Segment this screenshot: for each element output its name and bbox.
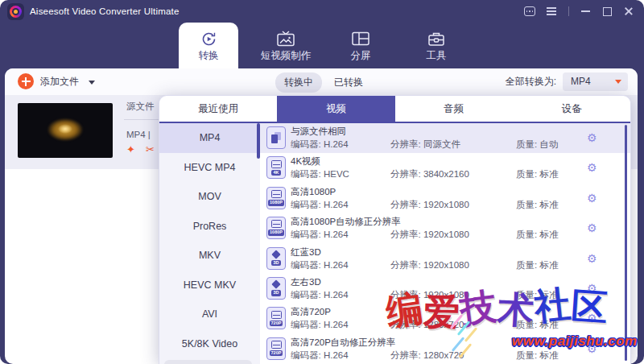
- source-file-header: 源文件: [126, 101, 155, 113]
- tab-video[interactable]: 视频: [277, 96, 394, 122]
- convert-to-label: 全部转换为:: [506, 75, 556, 89]
- format-title: 高清1080P: [291, 186, 336, 198]
- format-type-icon: 4K: [266, 156, 286, 179]
- settings-gear-icon[interactable]: ⚙: [587, 251, 597, 266]
- settings-gear-icon[interactable]: ⚙: [587, 130, 597, 145]
- format-type-icon: [266, 126, 286, 149]
- toggle-converted[interactable]: 已转换: [334, 76, 363, 89]
- settings-gear-icon[interactable]: ⚙: [587, 281, 597, 296]
- dropdown-caret-icon: [615, 80, 621, 84]
- encoder-field: 编码器: HEVC: [291, 168, 349, 180]
- copy-glyph-icon: [271, 132, 281, 143]
- format-type-icon: 3D: [266, 277, 286, 300]
- resolution-field: 分辨率: 1920x1080: [390, 289, 469, 301]
- add-file-plus-icon[interactable]: [18, 73, 34, 89]
- tab-short-video[interactable]: 短视频制作: [254, 23, 318, 68]
- quality-field: 质量: 自动: [516, 139, 558, 151]
- video-thumbnail: [18, 103, 113, 158]
- split-screen-icon: [336, 30, 385, 48]
- format-row[interactable]: 1080P 高清1080P 编码器: H.264 分辨率: 1920x1080 …: [260, 184, 630, 213]
- menu-icon[interactable]: [546, 6, 557, 17]
- format-row[interactable]: 与源文件相同 编码器: H.264 分辨率: 同源文件 质量: 自动 ⚙: [260, 123, 630, 153]
- convert-to-value: MP4: [571, 72, 591, 91]
- sidebar-item-avi[interactable]: AVI: [159, 300, 260, 329]
- quality-field: 质量: 标准: [516, 199, 558, 211]
- format-title: 高清1080P自动修正分辨率: [291, 216, 401, 228]
- app-window: Aiseesoft Video Converter Ultimate 转换: [0, 0, 644, 364]
- encoder-field: 编码器: H.264: [291, 259, 349, 271]
- header-divider: [124, 119, 162, 120]
- format-row[interactable]: 3D 左右3D 编码器: H.264 分辨率: 1920x1080 质量: 标准…: [260, 274, 630, 304]
- feedback-icon[interactable]: [524, 6, 535, 17]
- encoder-field: 编码器: H.264: [291, 289, 349, 301]
- sidebar-item-mkv[interactable]: MKV: [159, 241, 260, 271]
- tab-short-video-label: 短视频制作: [254, 49, 318, 63]
- tab-recent[interactable]: 最近使用: [159, 96, 277, 122]
- add-file-button[interactable]: 添加文件: [40, 68, 79, 95]
- title-bar: Aiseesoft Video Converter Ultimate: [0, 0, 644, 23]
- format-row[interactable]: 3D 红蓝3D 编码器: H.264 分辨率: 1920x1080 质量: 标准…: [260, 244, 630, 274]
- tab-convert-label: 转换: [179, 49, 238, 63]
- file-edit-icons: ✦ ✂: [126, 143, 155, 155]
- convert-to-dropdown[interactable]: MP4: [563, 72, 628, 91]
- resolution-field: 分辨率: 1280x720: [390, 350, 464, 362]
- toolbar: 添加文件 转换中 已转换 全部转换为: MP4: [5, 68, 638, 95]
- cube-glyph-icon: [271, 280, 280, 289]
- format-popup-tabs: 最近使用 视频 音频 设备: [159, 96, 630, 123]
- resolution-field: 分辨率: 1920x1080: [390, 229, 469, 241]
- film-glyph-icon: [271, 190, 282, 198]
- settings-gear-icon[interactable]: ⚙: [587, 311, 597, 325]
- sidebar-item-mov[interactable]: MOV: [159, 182, 260, 212]
- format-title: 高清720P: [291, 306, 331, 318]
- app-logo-icon: [7, 3, 24, 20]
- encoder-field: 编码器: H.264: [291, 350, 349, 362]
- controls-divider: [568, 6, 569, 17]
- convert-status-toggle: 转换中 已转换: [275, 72, 363, 93]
- settings-gear-icon[interactable]: ⚙: [587, 191, 597, 205]
- format-type-icon: 1080P: [266, 187, 286, 209]
- tab-audio[interactable]: 音频: [395, 96, 513, 122]
- settings-gear-icon[interactable]: ⚙: [587, 160, 597, 175]
- format-title: 红蓝3D: [291, 246, 321, 259]
- film-glyph-icon: [271, 220, 282, 228]
- format-title: 高清720P自动修正分辨率: [291, 337, 395, 349]
- window-controls: [524, 0, 634, 23]
- tab-toolbox-label: 工具: [412, 49, 460, 63]
- format-row[interactable]: 720P 高清720P 编码器: H.264 分辨率: 1280x720 质量:…: [260, 304, 630, 333]
- convert-to-group: 全部转换为: MP4: [506, 72, 628, 91]
- list-scrollbar[interactable]: [625, 125, 627, 361]
- tab-toolbox[interactable]: 工具: [412, 23, 460, 68]
- sidebar-item-hevc-mp4[interactable]: HEVC MP4: [159, 153, 260, 183]
- format-row[interactable]: 720P 高清720P自动修正分辨率 编码器: H.264 分辨率: 1280x…: [260, 334, 630, 364]
- settings-gear-icon[interactable]: ⚙: [587, 221, 597, 235]
- quality-field: 质量: 标准: [516, 289, 558, 301]
- cut-scissors-icon[interactable]: ✂: [146, 143, 155, 155]
- sidebar-item-5k-8k-video[interactable]: 5K/8K Video: [159, 329, 260, 359]
- tab-split-screen[interactable]: 分屏: [336, 23, 385, 68]
- sidebar-item-prores[interactable]: ProRes: [159, 212, 260, 242]
- format-type-icon: 720P: [266, 307, 286, 329]
- tab-split-screen-label: 分屏: [336, 49, 385, 63]
- sidebar-item-hevc-mkv[interactable]: HEVC MKV: [159, 271, 260, 300]
- tab-device[interactable]: 设备: [513, 96, 630, 122]
- settings-gear-icon[interactable]: ⚙: [587, 341, 597, 356]
- sidebar-item-partial[interactable]: [164, 360, 252, 364]
- resolution-field: 分辨率: 1280x720: [390, 319, 464, 331]
- sidebar-item-mp4[interactable]: MP4: [159, 123, 260, 153]
- encoder-field: 编码器: H.264: [291, 229, 349, 241]
- add-file-caret-icon[interactable]: [89, 81, 95, 85]
- close-button[interactable]: [623, 6, 634, 17]
- format-row[interactable]: 4K 4K视频 编码器: HEVC 分辨率: 3840x2160 质量: 标准 …: [260, 153, 630, 183]
- minimize-button[interactable]: [580, 6, 591, 17]
- cube-glyph-icon: [271, 250, 280, 259]
- format-popup-body: MP4 HEVC MP4 MOV ProRes MKV HEVC MKV AVI…: [159, 123, 630, 364]
- effect-star-icon[interactable]: ✦: [126, 143, 135, 155]
- format-row[interactable]: 1080P 高清1080P自动修正分辨率 编码器: H.264 分辨率: 192…: [260, 213, 630, 243]
- film-glyph-icon: [271, 160, 282, 168]
- tab-convert[interactable]: 转换: [179, 23, 238, 68]
- toggle-converting[interactable]: 转换中: [275, 72, 322, 93]
- resolution-field: 分辨率: 1920x1080: [390, 259, 469, 271]
- resolution-field: 分辨率: 同源文件: [390, 139, 460, 151]
- maximize-button[interactable]: [601, 6, 613, 17]
- app-title: Aiseesoft Video Converter Ultimate: [30, 0, 180, 23]
